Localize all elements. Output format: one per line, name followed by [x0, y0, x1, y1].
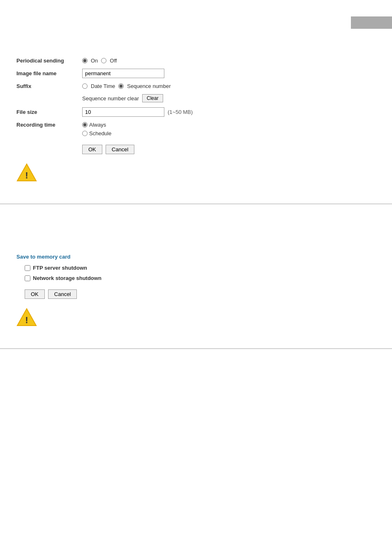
network-storage-shutdown-checkbox[interactable]: [25, 275, 30, 281]
recording-time-always-radio[interactable]: [82, 122, 88, 127]
image-file-name-row: Image file name: [16, 69, 376, 78]
save-to-memory-card-title: Save to memory card: [16, 254, 376, 260]
ftp-server-shutdown-checkbox[interactable]: [25, 265, 30, 271]
section-save-to-memory-card: Save to memory card FTP server shutdown …: [0, 204, 392, 349]
recording-time-schedule-label: Schedule: [89, 130, 111, 136]
file-size-row: File size (1~50 MB): [16, 107, 376, 117]
section1-warning-icon: !: [16, 162, 37, 183]
section1-cancel-button[interactable]: Cancel: [106, 145, 134, 154]
suffix-row: Suffix Date Time Sequence number: [16, 83, 376, 89]
clear-button[interactable]: Clear: [142, 94, 163, 102]
section1-ok-cancel-row: OK Cancel: [16, 145, 376, 154]
section2-ok-cancel-row: OK Cancel: [16, 289, 376, 299]
suffix-radio-group: Date Time Sequence number: [82, 83, 171, 89]
recording-time-always-option[interactable]: Always: [82, 122, 111, 128]
recording-time-label: Recording time: [16, 122, 82, 128]
svg-text:!: !: [25, 170, 28, 180]
ftp-server-shutdown-label: FTP server shutdown: [33, 265, 87, 271]
ftp-server-shutdown-label-container[interactable]: FTP server shutdown: [25, 265, 87, 271]
file-size-input[interactable]: [82, 107, 164, 117]
suffix-sequence-number-label[interactable]: Sequence number: [127, 83, 171, 89]
recording-time-always-label: Always: [89, 122, 106, 128]
top-spacer: [16, 8, 376, 58]
periodical-sending-off-label[interactable]: Off: [110, 58, 117, 64]
suffix-date-time-radio[interactable]: [82, 83, 88, 89]
periodical-sending-on-radio[interactable]: [82, 58, 88, 63]
recording-time-schedule-radio[interactable]: [82, 131, 88, 136]
periodical-sending-off-radio[interactable]: [101, 58, 106, 63]
top-bar-decoration: [351, 16, 392, 29]
ftp-server-shutdown-row: FTP server shutdown: [16, 265, 376, 271]
periodical-sending-on-label[interactable]: On: [91, 58, 98, 64]
image-file-name-input[interactable]: [82, 69, 164, 78]
file-size-label: File size: [16, 109, 82, 115]
section1-ok-button[interactable]: OK: [82, 145, 102, 154]
recording-time-schedule-option[interactable]: Schedule: [82, 130, 111, 136]
periodical-sending-radio-group: On Off: [82, 58, 117, 64]
sequence-number-clear-row: Sequence number clear Clear: [16, 94, 376, 102]
svg-text:!: !: [25, 315, 28, 325]
suffix-label: Suffix: [16, 83, 82, 89]
network-storage-shutdown-label: Network storage shutdown: [33, 275, 101, 281]
section-periodical-sending: Periodical sending On Off Image file nam…: [0, 0, 392, 204]
recording-time-options: Always Schedule: [82, 122, 111, 136]
section2-top-spacer: [16, 213, 376, 254]
section2-warning-icon: !: [16, 307, 37, 328]
warning-triangle-svg: !: [16, 162, 37, 183]
network-storage-shutdown-label-container[interactable]: Network storage shutdown: [25, 275, 101, 281]
suffix-sequence-number-radio[interactable]: [118, 83, 124, 89]
network-storage-shutdown-row: Network storage shutdown: [16, 275, 376, 281]
periodical-sending-label: Periodical sending: [16, 58, 82, 64]
section2-cancel-button[interactable]: Cancel: [48, 289, 77, 299]
periodical-sending-row: Periodical sending On Off: [16, 58, 376, 64]
suffix-date-time-label[interactable]: Date Time: [91, 83, 115, 89]
section2-ok-button[interactable]: OK: [25, 289, 45, 299]
section2-warning-triangle-svg: !: [16, 307, 37, 328]
sequence-number-clear-label: Sequence number clear: [82, 95, 139, 102]
recording-time-row: Recording time Always Schedule: [16, 122, 376, 136]
image-file-name-label: Image file name: [16, 70, 82, 76]
file-size-hint: (1~50 MB): [168, 109, 193, 115]
